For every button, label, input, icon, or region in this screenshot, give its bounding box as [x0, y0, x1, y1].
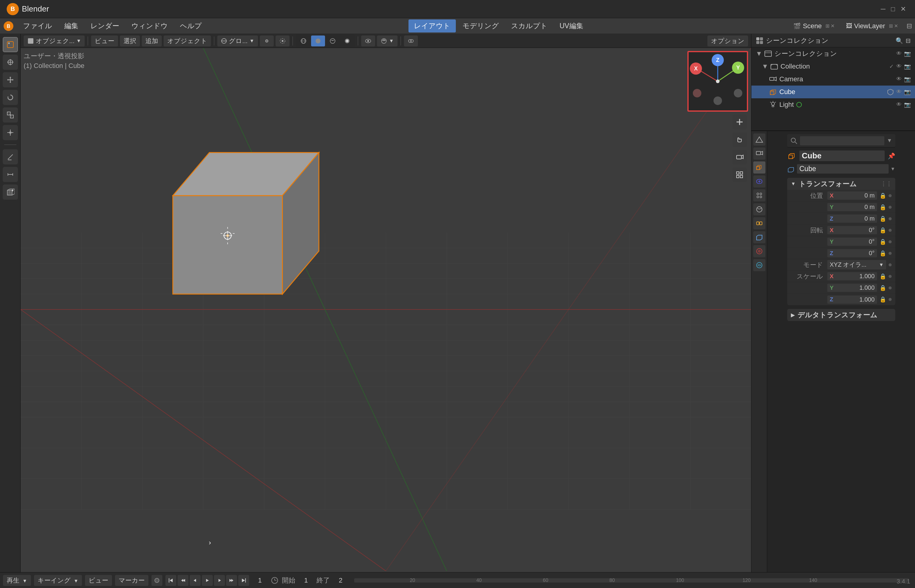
menu-window[interactable]: ウィンドウ [126, 19, 173, 32]
restrict-viewport-icon[interactable]: 👁 [896, 50, 902, 57]
outliner-light[interactable]: Light 👁 📷 [752, 98, 915, 111]
grab-tool[interactable] [732, 132, 747, 147]
transform-dropdown[interactable]: グロ... ▼ [217, 36, 258, 47]
prop-data-icon[interactable] [753, 231, 765, 243]
vp-add-menu[interactable]: 追加 [142, 36, 162, 47]
light-viewport-icon[interactable]: 👁 [896, 101, 902, 108]
prop-render-icon[interactable] [753, 147, 765, 160]
viewport[interactable]: オブジェク... ▼ ビュー 選択 追加 オブジェクト グロ... ▼ [21, 34, 751, 572]
cube-render-icon[interactable]: 📷 [904, 89, 911, 95]
rendered-mode[interactable] [340, 36, 354, 47]
prop-modifier-icon[interactable] [753, 175, 765, 187]
cube-viewport-icon[interactable]: 👁 [896, 89, 902, 95]
cam-viewport-icon[interactable]: 👁 [896, 76, 902, 82]
prop-pin-icon[interactable]: 📌 [888, 152, 895, 160]
scale-y-lock[interactable]: 🔒 [879, 284, 886, 291]
scale-x-item[interactable]: X 1.000 [827, 272, 877, 280]
timeline-track[interactable]: 20 40 60 80 100 120 140 [354, 578, 909, 583]
jump-end-btn[interactable] [238, 575, 249, 586]
pos-z-item[interactable]: Z 0 m [827, 215, 877, 223]
col-restrict-render-icon[interactable]: 📷 [904, 63, 911, 70]
add-cube-tool[interactable]: + [3, 184, 18, 200]
menu-uv[interactable]: UV編集 [554, 19, 589, 32]
viewlayer-selector[interactable]: 🖼 ViewLayer ⊞ ✕ [842, 21, 902, 31]
timeline-play-dropdown[interactable]: 再生 ▼ [3, 575, 31, 586]
options-btn[interactable]: オプション [707, 36, 748, 47]
viewport-shading-btn[interactable] [361, 36, 375, 47]
prop-constraints-icon[interactable] [753, 217, 765, 229]
select-tool[interactable] [3, 37, 18, 52]
prev-frame-btn[interactable] [190, 575, 200, 586]
timeline-view-btn[interactable]: ビュー [85, 575, 112, 586]
pos-x-item[interactable]: X 0 m [827, 191, 877, 200]
menu-edit[interactable]: 編集 [59, 19, 84, 32]
menu-modeling[interactable]: モデリング [457, 19, 504, 32]
vp-select-menu[interactable]: 選択 [120, 36, 140, 47]
rotate-tool[interactable] [3, 90, 18, 105]
object-mode-dropdown[interactable]: オブジェク... ▼ [24, 36, 85, 47]
scale-tool[interactable] [3, 107, 18, 123]
menu-file[interactable]: ファイル [18, 19, 58, 32]
filter-icon[interactable]: ⊟ [907, 22, 912, 30]
jump-start-btn[interactable] [165, 575, 176, 586]
gizmo-box[interactable]: Z Y [687, 51, 748, 111]
menu-sculpt[interactable]: スカルプト [506, 19, 553, 32]
end-frame[interactable]: 2 [333, 577, 348, 584]
prop-material-icon[interactable] [753, 245, 765, 257]
scene-selector[interactable]: 🎬 Scene ⊞ ✕ [790, 21, 838, 31]
pos-y-item[interactable]: Y 0 m [827, 203, 877, 211]
properties-search-input[interactable] [800, 136, 884, 145]
timeline-marker-btn[interactable]: マーカー [115, 575, 149, 586]
minimize-btn[interactable]: ─ [881, 5, 886, 13]
transform-header[interactable]: ▼ トランスフォーム ⋮⋮ [787, 178, 895, 190]
scale-x-lock[interactable]: 🔒 [879, 273, 886, 280]
prop-object-icon[interactable] [753, 162, 765, 174]
solid-mode[interactable] [311, 36, 325, 47]
rotation-mode-dropdown[interactable]: XYZ オイラ... ▼ [827, 260, 886, 270]
pos-x-lock[interactable]: 🔒 [879, 192, 886, 199]
vp-view-menu[interactable]: ビュー [91, 36, 118, 47]
light-render-icon[interactable]: 📷 [904, 101, 911, 108]
mesh-name-input[interactable]: Cube [797, 164, 889, 174]
prop-filter-icon[interactable]: ▼ [887, 137, 892, 144]
outliner-camera[interactable]: Camera 👁 📷 [752, 73, 915, 86]
next-key-btn[interactable] [226, 575, 237, 586]
rot-z-lock[interactable]: 🔒 [879, 250, 886, 257]
viewport-canvas[interactable]: ユーザー・透視投影 (1) Collection | Cube Z Y [21, 48, 751, 571]
move-tool[interactable] [3, 72, 18, 87]
restrict-render-icon[interactable]: 📷 [904, 50, 911, 57]
pos-y-lock[interactable]: 🔒 [879, 204, 886, 210]
annotate-tool[interactable] [3, 149, 18, 165]
outliner-filter-icon[interactable]: ⊟ [905, 37, 911, 44]
col-viewport-icon[interactable]: ✓ [889, 63, 894, 70]
col-restrict-viewport-icon[interactable]: 👁 [896, 63, 902, 70]
snap-btn[interactable] [260, 36, 274, 47]
scale-z-lock[interactable]: 🔒 [879, 296, 886, 303]
xray-btn[interactable] [404, 36, 418, 47]
keyframe-dot[interactable] [152, 575, 162, 586]
transform-options-icon[interactable]: ⋮⋮ [881, 181, 892, 187]
transform-tool[interactable] [3, 125, 18, 140]
vp-object-menu[interactable]: オブジェクト [163, 36, 211, 47]
current-frame[interactable]: 1 [252, 577, 267, 584]
rot-x-item[interactable]: X 0° [827, 226, 877, 234]
material-mode[interactable] [326, 36, 339, 47]
camera-view-btn[interactable] [732, 150, 747, 165]
outliner-scene-collection[interactable]: ▼ シーンコレクション 👁 📷 [752, 47, 915, 60]
outliner-search-icon[interactable]: 🔍 [896, 37, 903, 44]
start-frame[interactable]: 1 [298, 577, 314, 584]
menu-layout[interactable]: レイアウト [409, 19, 456, 32]
overlay-btn[interactable]: ▼ [377, 36, 398, 47]
timeline-keying-dropdown[interactable]: キーイング ▼ [34, 575, 82, 586]
scale-z-item[interactable]: Z 1.000 [827, 296, 877, 304]
navigation-gizmo[interactable]: Z Y [689, 52, 747, 110]
prev-key-btn[interactable] [178, 575, 189, 586]
menu-render[interactable]: レンダー [85, 19, 125, 32]
prop-world-icon[interactable] [753, 259, 765, 271]
frame-rate-icon[interactable] [270, 576, 279, 585]
wireframe-mode[interactable] [296, 36, 310, 47]
outliner-collection[interactable]: ▼ Collection ✓ 👁 📷 [752, 60, 915, 73]
cam-render-icon[interactable]: 📷 [904, 76, 911, 82]
view-options-btn[interactable] [732, 168, 747, 182]
rot-y-item[interactable]: Y 0° [827, 237, 877, 246]
